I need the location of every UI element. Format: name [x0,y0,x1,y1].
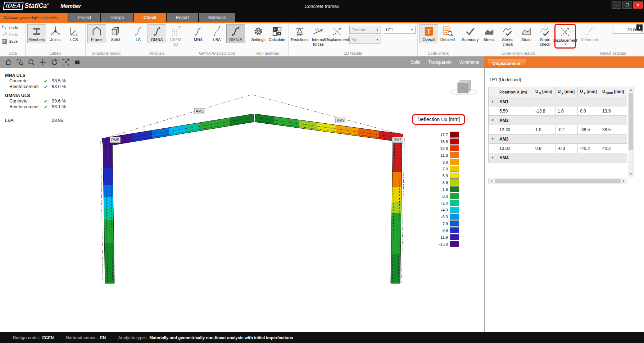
results-panel: LE1 (Undefined) Position X [m]U x [mm]U … [484,68,644,332]
displacement-button[interactable]: Displacement [328,24,346,43]
mna-button[interactable]: MNA [189,24,208,43]
legend-scale: 17.715.813.811.89.87.95.93.91.90.0-2.0-4… [433,131,459,247]
table-data-row[interactable]: 5.50-13.81.00.013.9 [489,106,627,116]
ribbon-group-data: Undo Redo Save Data [0,23,26,56]
lba-button[interactable]: LBA [208,24,226,43]
app-logo: IDEA StatiCa® [4,2,49,10]
strain-check-button[interactable]: Strain check [536,24,554,47]
zoom-fit-button[interactable] [60,58,71,67]
csfm3d-button[interactable]: 3D CSFM 3D [166,24,185,47]
gmnia-button[interactable]: GMNIA [226,24,245,43]
undeformed-left-column-line [101,141,103,283]
scroll-up-icon[interactable]: ▲ [628,87,634,92]
rotate-icon [51,59,58,66]
save-button[interactable]: Save [2,38,23,44]
frame-button[interactable]: Frame [87,24,106,43]
joints-button[interactable]: Joints [46,24,65,43]
ribbon: Undo Redo Save Data Members [0,23,644,56]
table-data-row[interactable]: 12.301.0-0.1-38.538.5 [489,125,627,134]
zoom-button[interactable] [26,58,37,67]
rotate-button[interactable] [49,58,60,67]
table-header-expander[interactable] [489,87,497,97]
vertical-scrollbar[interactable]: ▲ ▼ [628,87,634,177]
zoom-window-button[interactable] [14,58,25,67]
tab-project[interactable]: Project [68,13,100,22]
collapse-triangle-icon: ▼ [489,97,497,106]
pan-button[interactable] [37,58,48,67]
ribbon-group-label: Result settings [578,51,644,55]
strain-check-icon [539,26,551,37]
detailed-button[interactable]: Detailed [438,24,457,43]
search-icon [28,59,35,66]
orientation-cube[interactable]: +Y [450,77,477,97]
legend-color-cell [450,227,459,233]
display-mode-transparent[interactable]: Transparent [428,60,451,65]
right-column-member[interactable] [391,137,402,283]
left-column-member[interactable] [103,140,114,283]
table-header[interactable]: U z [mm] [578,87,600,97]
table-header[interactable]: U x [mm] [533,87,555,97]
gmna-button[interactable]: GMNA [148,24,166,43]
extreme-dropdown[interactable]: Extreme▼ [349,26,381,34]
overall-button[interactable]: T Overall [419,24,438,43]
undo-button[interactable]: Undo [2,24,23,31]
display-mode-solid[interactable]: Solid [411,60,421,65]
internal-forces-button[interactable]: Internal forces [309,24,328,47]
strain-button[interactable]: Strain [517,24,536,43]
ribbon-group-label: Data [0,51,25,55]
table-group-row[interactable]: ▼AM3 [489,134,627,144]
collapse-triangle-icon: ▼ [489,153,497,163]
tab-check[interactable]: Check [134,13,166,22]
summary-row: Reinforcement ✔ 93.1 % [5,104,73,110]
summary-button[interactable]: Summary [461,24,480,43]
load-case-dropdown[interactable]: LE1▼ [384,26,416,34]
table-group-row[interactable]: ▼AM1 [489,97,627,106]
calculate-button[interactable]: Calculate [268,24,286,43]
la-button[interactable]: LA [129,24,148,43]
table-cell: 0.0 [578,106,600,116]
maximize-button[interactable]: ❐ [622,1,632,9]
lcs-button[interactable]: LCS [65,24,83,43]
members-button[interactable]: Members [27,24,46,43]
redo-button[interactable]: Redo [2,31,23,37]
table-header[interactable]: U y [mm] [555,87,578,97]
scroll-right-icon[interactable]: ► [621,178,627,184]
horizontal-scrollbar[interactable]: ◄ ► [488,178,627,184]
settings-button[interactable]: Settings [249,24,268,43]
stress-button[interactable]: Stress [480,24,498,43]
table-data-row[interactable]: 13.820.9-0.3-40.240.2 [489,144,627,153]
summary-check-icon [464,26,476,37]
legend-entry: -2.0 [433,200,459,206]
scroll-thumb[interactable] [495,179,621,183]
member-label-rm5: RM5 [110,137,121,143]
stress-check-button[interactable]: Stress check [498,24,517,47]
titlebar: IDEA StatiCa® Member Concrete frame2 ─ ❐… [0,0,644,13]
scroll-down-icon[interactable]: ▼ [628,172,634,177]
home-view-button[interactable] [3,58,14,67]
component-dropdown[interactable]: My▼ [349,36,381,44]
minimize-button[interactable]: ─ [612,1,621,9]
table-header[interactable]: Position X [m] [497,87,533,97]
tab-design[interactable]: Design [101,13,133,22]
tab-materials[interactable]: Materials [199,13,235,22]
tab-report[interactable]: Report [167,13,198,22]
info-button[interactable]: i [636,24,643,31]
close-button[interactable]: ✕ [633,1,643,9]
scroll-thumb[interactable] [629,93,633,150]
displacement-check-button[interactable]: Displacement ▼ [556,25,575,47]
displacement-check-icon [559,26,571,38]
reactions-button[interactable]: Reactions [290,24,309,43]
tab-displacement-results[interactable]: Displacement [487,59,526,68]
table-group-row[interactable]: ▼AM2 [489,116,627,125]
deformed-button[interactable]: Deformed [580,24,599,43]
display-mode-wireframe[interactable]: Wireframe [459,60,479,65]
clipping-button[interactable] [72,58,83,67]
scroll-left-icon[interactable]: ◄ [489,178,494,184]
table-header[interactable]: U sum [mm] [600,87,627,97]
logo-idea: IDEA [3,2,23,10]
legend-entry: -9.9 [433,227,459,234]
solid-button[interactable]: Solid [106,24,125,43]
table-cell: 13.9 [600,106,627,116]
table-group-row[interactable]: ▼AM4 [489,153,627,163]
model-viewport[interactable]: MNA ULS Concrete ✔ 98.5 % Reinforcement … [0,68,484,332]
